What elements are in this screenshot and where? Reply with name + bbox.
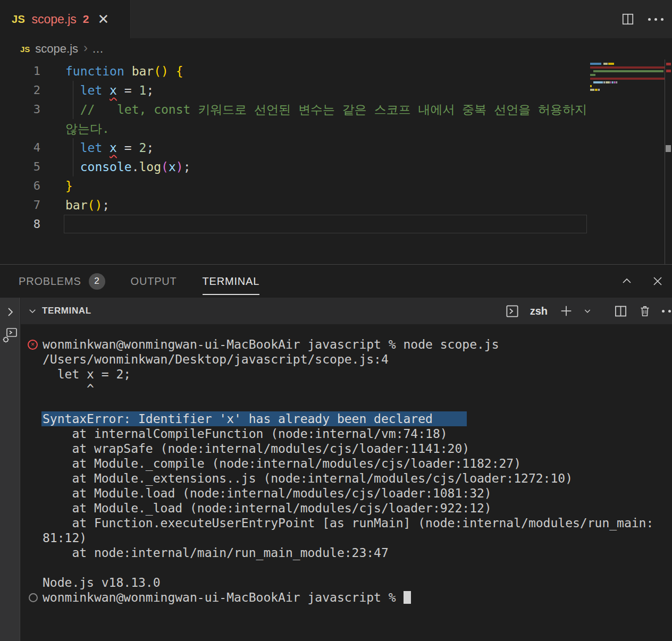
terminal-text: at internalCompileFunction (node:interna…	[43, 426, 448, 441]
code-line: let x = 2;	[65, 138, 672, 157]
more-actions-icon[interactable]	[648, 11, 663, 27]
panel-tab-problems[interactable]: PROBLEMS2	[19, 265, 105, 298]
terminal-text: wonminkwan@wonmingwan-ui-MacBookAir java…	[43, 590, 404, 605]
javascript-file-icon-small: JS	[20, 45, 30, 54]
panel-side-strip	[0, 298, 20, 641]
terminal-line	[21, 560, 672, 575]
indent-guide	[73, 81, 73, 100]
indent-guide	[73, 138, 73, 157]
panel-body: TERMINAL zsh	[0, 298, 672, 641]
kill-terminal-icon[interactable]	[637, 303, 653, 319]
terminal-shell-icon	[505, 303, 520, 319]
terminal-view[interactable]: TERMINAL zsh	[21, 298, 672, 641]
terminal-gutter	[21, 397, 43, 411]
code-token: }	[65, 179, 73, 193]
terminal-line: SyntaxError: Identifier 'x' has already …	[21, 411, 672, 426]
code-token: bar	[132, 64, 154, 78]
code-token: // let, const 키워드로 선언된 변수는 같은 스코프 내에서 중복…	[80, 103, 587, 116]
code-line: function bar() {	[65, 62, 672, 81]
line-number: 2	[0, 81, 40, 100]
close-panel-icon[interactable]	[650, 273, 666, 289]
terminal-lines[interactable]: ✕wonminkwan@wonmingwan-ui-MacBookAir jav…	[21, 324, 672, 605]
terminal-text: at Function.executeUserEntryPoint [as ru…	[43, 516, 653, 530]
panel-tab-output[interactable]: OUTPUT	[131, 265, 177, 298]
terminal-gutter	[21, 545, 43, 560]
new-terminal-icon[interactable]	[558, 303, 574, 319]
code-token: ;	[183, 160, 191, 174]
minimap-line	[590, 92, 665, 95]
code-token: =	[117, 83, 139, 97]
panel-tab-terminal[interactable]: TERMINAL	[203, 265, 260, 298]
code-token: =	[117, 141, 139, 155]
line-number: 3	[0, 100, 40, 119]
terminal-gutter	[21, 441, 43, 456]
terminal-cursor	[404, 591, 411, 604]
command-failed-icon: ✕	[28, 340, 38, 350]
code-token	[124, 64, 132, 78]
scrollbar-handle[interactable]	[666, 145, 671, 152]
code-token: 2	[139, 141, 147, 155]
breadcrumb-separator-icon: ›	[83, 40, 88, 55]
minimap-line	[590, 78, 665, 80]
code-token: bar	[65, 198, 88, 212]
terminal-selected-text: SyntaxError: Identifier 'x' has already …	[41, 411, 467, 426]
tab-title: scope.js	[31, 12, 76, 27]
minimap[interactable]	[590, 63, 665, 96]
terminal-text: Node.js v18.13.0	[43, 575, 161, 590]
code-token: function	[65, 64, 124, 78]
terminal-text: at Module.load (node:internal/modules/cj…	[43, 486, 492, 501]
line-number: 5	[0, 157, 40, 176]
terminal-line: let x = 2;	[21, 367, 672, 382]
code-token: ;	[146, 141, 154, 155]
code-token: 않는다.	[65, 122, 110, 136]
maximize-panel-icon[interactable]	[619, 273, 635, 289]
editor-scrollbar[interactable]	[665, 60, 672, 264]
terminal-section-chevron-icon[interactable]	[27, 303, 38, 319]
line-number	[0, 119, 40, 138]
terminal-text: at Module._compile (node:internal/module…	[43, 456, 521, 471]
code-token: console	[80, 160, 132, 174]
debug-console-icon[interactable]	[2, 327, 18, 343]
terminal-gutter	[21, 382, 43, 397]
terminal-line: ✕wonminkwan@wonmingwan-ui-MacBookAir jav…	[21, 337, 672, 352]
code-line: bar();	[65, 196, 672, 215]
terminal-text: ^	[43, 382, 94, 397]
terminal-gutter: ✕	[21, 337, 43, 352]
code-token: () {	[154, 64, 183, 78]
code-line: let x = 1;	[65, 81, 672, 100]
terminal-gutter	[21, 530, 43, 545]
split-editor-icon[interactable]	[620, 11, 636, 27]
error-marker	[666, 63, 671, 65]
code-token: x	[110, 83, 117, 97]
minimap-line	[590, 63, 665, 65]
code-line: // let, const 키워드로 선언된 변수는 같은 스코프 내에서 중복…	[65, 100, 672, 119]
terminal-gutter	[21, 411, 43, 426]
launch-profile-chevron-icon[interactable]	[583, 303, 592, 319]
terminal-actions: zsh	[505, 298, 672, 324]
breadcrumb-file[interactable]: scope.js	[35, 42, 78, 56]
terminal-line: 81:12)	[21, 530, 672, 545]
terminal-line: at Module._compile (node:internal/module…	[21, 456, 672, 471]
terminal-text: let x = 2;	[43, 367, 131, 382]
terminal-line: at internalCompileFunction (node:interna…	[21, 426, 672, 441]
minimap-line	[590, 85, 665, 87]
code-line: console.log(x);	[65, 157, 672, 176]
terminal-text: /Users/wonminkwan/Desktop/javascript/sco…	[43, 352, 389, 367]
bottom-panel: PROBLEMS2OUTPUTTERMINAL	[0, 264, 672, 641]
terminal-gutter	[21, 486, 43, 501]
line-number: 6	[0, 176, 40, 196]
split-terminal-icon[interactable]	[612, 303, 628, 319]
line-number: 8	[0, 215, 40, 234]
code-editor[interactable]: 12345678 function bar() { let x = 1; // …	[0, 60, 672, 264]
javascript-file-icon: JS	[12, 13, 25, 26]
line-number: 4	[0, 138, 40, 157]
terminal-gutter	[21, 560, 43, 575]
expand-panel-icon[interactable]	[2, 304, 18, 320]
breadcrumb-symbol[interactable]: …	[92, 42, 105, 56]
tab-scope-js[interactable]: JS scope.js 2 ✕	[0, 0, 131, 38]
terminal-line: at Module._extensions..js (node:internal…	[21, 471, 672, 486]
tab-close-icon[interactable]: ✕	[98, 12, 110, 26]
code-token: ()	[88, 198, 103, 212]
terminal-more-actions-icon[interactable]	[661, 303, 672, 319]
terminal-line: at Function.executeUserEntryPoint [as ru…	[21, 516, 672, 530]
